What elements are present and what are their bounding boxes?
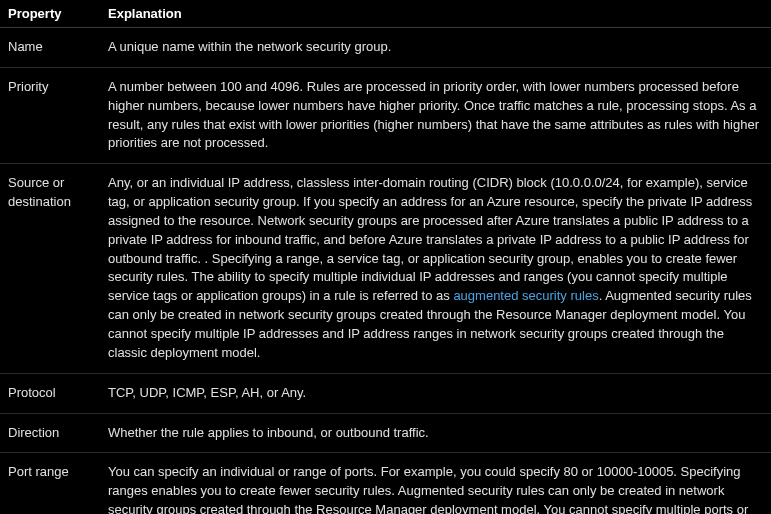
table-row: Source or destination Any, or an individ… — [0, 164, 771, 373]
explanation-text-before: Any, or an individual IP address, classl… — [108, 175, 752, 303]
property-cell: Port range — [0, 453, 100, 514]
table-row: Priority A number between 100 and 4096. … — [0, 67, 771, 163]
header-property: Property — [0, 0, 100, 28]
explanation-cell: Any, or an individual IP address, classl… — [100, 164, 771, 373]
explanation-cell: Whether the rule applies to inbound, or … — [100, 413, 771, 453]
augmented-security-rules-link[interactable]: augmented security rules — [453, 288, 598, 303]
table-row: Direction Whether the rule applies to in… — [0, 413, 771, 453]
property-cell: Name — [0, 28, 100, 68]
property-cell: Protocol — [0, 373, 100, 413]
property-cell: Source or destination — [0, 164, 100, 373]
table-row: Protocol TCP, UDP, ICMP, ESP, AH, or Any… — [0, 373, 771, 413]
table-row: Port range You can specify an individual… — [0, 453, 771, 514]
header-explanation: Explanation — [100, 0, 771, 28]
explanation-cell: A number between 100 and 4096. Rules are… — [100, 67, 771, 163]
explanation-cell: TCP, UDP, ICMP, ESP, AH, or Any. — [100, 373, 771, 413]
property-cell: Direction — [0, 413, 100, 453]
properties-table: Property Explanation Name A unique name … — [0, 0, 771, 514]
property-cell: Priority — [0, 67, 100, 163]
explanation-cell: You can specify an individual or range o… — [100, 453, 771, 514]
explanation-cell: A unique name within the network securit… — [100, 28, 771, 68]
header-row: Property Explanation — [0, 0, 771, 28]
table-row: Name A unique name within the network se… — [0, 28, 771, 68]
